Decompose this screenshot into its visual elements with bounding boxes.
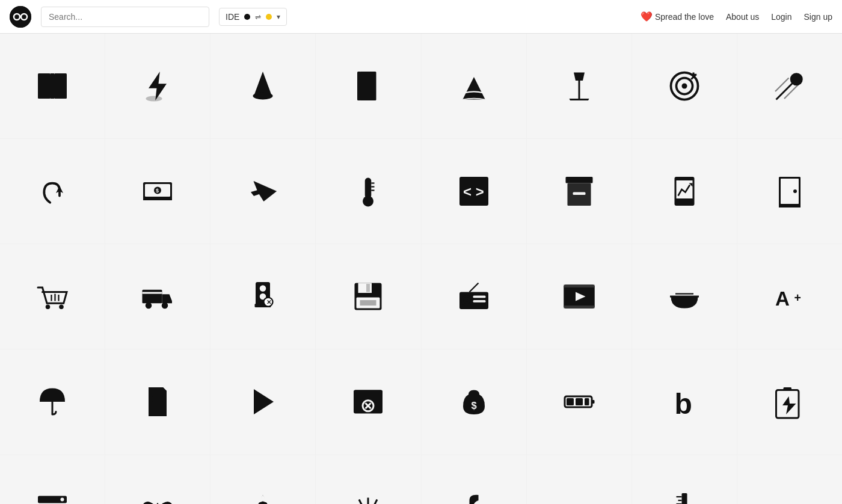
heart-icon: ❤️ <box>641 11 653 22</box>
svg-text:✕: ✕ <box>266 299 271 306</box>
svg-point-61 <box>260 286 266 292</box>
svg-rect-40 <box>565 177 592 183</box>
document-text-icon[interactable] <box>105 349 210 454</box>
height-ruler-icon[interactable] <box>632 455 737 505</box>
payment-cash-icon[interactable]: $ <box>105 139 210 244</box>
svg-marker-90 <box>254 389 274 414</box>
lightning-power-icon[interactable] <box>105 34 210 138</box>
svg-point-9 <box>253 93 273 100</box>
svg-line-23 <box>776 82 793 100</box>
browser-close-icon[interactable] <box>316 349 420 454</box>
battery-charging-icon[interactable] <box>737 349 842 454</box>
logo[interactable] <box>10 6 31 28</box>
wash-icon[interactable] <box>316 455 420 505</box>
swap-arrows-icon: ⇌ <box>255 13 261 21</box>
svg-text:b: b <box>674 388 692 420</box>
svg-rect-119 <box>681 493 687 504</box>
svg-rect-104 <box>783 387 791 391</box>
svg-rect-74 <box>473 296 485 298</box>
mobile-stats-icon[interactable] <box>632 139 737 244</box>
svg-rect-88 <box>152 400 163 402</box>
svg-point-49 <box>793 189 797 193</box>
svg-rect-100 <box>576 398 583 405</box>
floppy-disk-icon[interactable] <box>316 244 420 349</box>
umbrella-icon[interactable] <box>0 349 105 454</box>
thermometer-icon[interactable] <box>316 139 420 244</box>
logo-icon <box>10 6 31 28</box>
chevron-down-icon: ▾ <box>277 13 280 21</box>
delivery-truck-icon[interactable] <box>105 244 210 349</box>
svg-text:< >: < > <box>463 183 484 200</box>
svg-rect-89 <box>152 404 161 405</box>
radio-icon[interactable] <box>422 244 526 349</box>
about-us-link[interactable]: About us <box>726 12 759 22</box>
battery-medium-icon[interactable] <box>527 349 632 454</box>
svg-rect-59 <box>143 292 162 294</box>
login-link[interactable]: Login <box>771 12 791 22</box>
cart-barcode-icon[interactable] <box>0 244 105 349</box>
butterfly-icon[interactable] <box>105 455 210 505</box>
svg-rect-101 <box>585 398 589 405</box>
server-icon[interactable] <box>0 455 105 505</box>
svg-rect-70 <box>360 300 376 306</box>
mountain-icon[interactable] <box>210 455 315 505</box>
filter-bar[interactable]: IDE ⇌ ▾ <box>219 8 287 26</box>
svg-line-76 <box>469 283 478 292</box>
svg-rect-81 <box>564 306 594 309</box>
money-bag-icon[interactable]: $ <box>422 349 526 454</box>
meteor-icon[interactable] <box>737 34 842 138</box>
svg-rect-34 <box>366 187 370 201</box>
svg-rect-80 <box>564 285 594 288</box>
svg-rect-13 <box>578 81 580 100</box>
wizard-hat-icon[interactable] <box>210 34 315 138</box>
svg-rect-3 <box>38 73 51 99</box>
svg-rect-4 <box>54 73 67 99</box>
book-open-icon[interactable] <box>0 34 105 138</box>
svg-rect-31 <box>143 197 172 200</box>
svg-rect-98 <box>592 400 595 404</box>
svg-point-18 <box>681 84 687 89</box>
notebook-icon[interactable] <box>316 34 420 138</box>
svg-point-73 <box>465 300 468 303</box>
door-icon[interactable] <box>737 139 842 244</box>
spread-love-label: Spread the love <box>655 12 714 22</box>
swipe-up-icon[interactable] <box>0 139 105 244</box>
svg-point-58 <box>162 303 168 309</box>
code-brackets-icon[interactable]: < > <box>422 139 526 244</box>
svg-line-116 <box>359 499 363 504</box>
dot-black-icon <box>244 14 250 20</box>
divider-line-icon[interactable] <box>737 455 842 505</box>
svg-rect-92 <box>354 390 383 397</box>
svg-point-57 <box>146 303 152 309</box>
svg-rect-43 <box>573 192 585 195</box>
letter-b-icon[interactable]: b <box>632 349 737 454</box>
svg-rect-75 <box>473 300 485 303</box>
svg-rect-87 <box>152 396 163 398</box>
floor-lamp-icon[interactable] <box>527 34 632 138</box>
airplane-icon[interactable] <box>210 139 315 244</box>
svg-point-7 <box>146 96 162 102</box>
svg-rect-5 <box>51 73 54 99</box>
svg-marker-105 <box>782 396 796 414</box>
svg-text:$: $ <box>156 188 159 194</box>
svg-marker-14 <box>574 73 585 81</box>
empty-cell-1 <box>527 455 632 505</box>
font-size-up-icon[interactable]: A+ <box>737 244 842 349</box>
spread-love-button[interactable]: ❤️ Spread the love <box>641 11 714 22</box>
search-input[interactable] <box>41 7 209 27</box>
knife-icon[interactable] <box>422 455 526 505</box>
archive-minus-icon[interactable] <box>527 139 632 244</box>
svg-rect-56 <box>143 290 162 304</box>
video-player-icon[interactable] <box>527 244 632 349</box>
target-icon[interactable] <box>632 34 737 138</box>
signup-link[interactable]: Sign up <box>804 12 832 22</box>
play-button-icon[interactable] <box>210 349 315 454</box>
svg-rect-12 <box>362 75 375 77</box>
cake-slice-icon[interactable] <box>422 34 526 138</box>
svg-line-118 <box>373 499 377 504</box>
dot-yellow-icon <box>266 14 272 20</box>
svg-point-52 <box>59 305 64 310</box>
traffic-light-error-icon[interactable]: ✕ <box>210 244 315 349</box>
bowl-icon[interactable] <box>632 244 737 349</box>
svg-text:$: $ <box>471 400 476 411</box>
